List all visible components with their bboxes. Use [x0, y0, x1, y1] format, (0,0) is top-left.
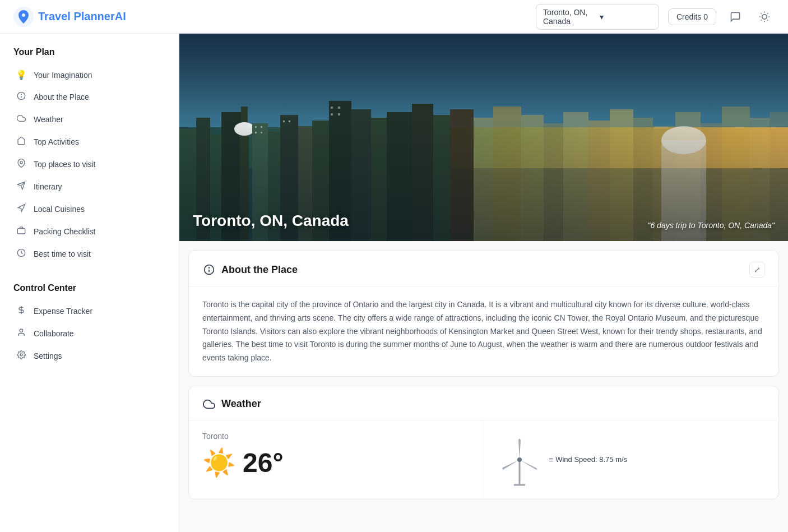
hero-banner: Toronto, ON, Canada "6 days trip to Toro… — [179, 34, 788, 241]
sidebar-item-settings[interactable]: Settings — [9, 345, 170, 367]
weather-city: Toronto — [202, 432, 470, 441]
about-expand-button[interactable]: ⤢ — [749, 262, 765, 277]
wind-speed-text: Wind Speed: 8.75 m/s — [555, 455, 627, 464]
packing-icon — [16, 226, 27, 237]
about-card-body: Toronto is the capital city of the provi… — [189, 287, 778, 376]
sidebar-item-label: Collaborate — [34, 329, 74, 338]
weather-temperature: 26° — [243, 447, 284, 478]
sidebar-item-label: Top places to visit — [34, 160, 96, 169]
location-value: Toronto, ON, Canada — [543, 8, 595, 26]
sidebar-item-label: Weather — [34, 115, 63, 124]
sidebar-item-label: Settings — [34, 351, 62, 360]
control-center-nav: Expense Tracker Collaborate Settings — [9, 300, 170, 367]
weather-left-panel: Toronto ☀️ 26° — [189, 420, 484, 499]
expense-icon — [16, 306, 27, 317]
weather-sun-icon: ☀️ — [202, 447, 236, 479]
your-plan-title: Your Plan — [9, 47, 170, 57]
main-content: Toronto, ON, Canada "6 days trip to Toro… — [179, 34, 788, 532]
chat-icon — [730, 11, 741, 22]
control-center-title: Control Center — [9, 283, 170, 293]
logo-text: Travel PlannerAI — [38, 10, 126, 22]
wind-lines-icon: ≡ — [549, 455, 553, 464]
sidebar-item-label: Top Activities — [34, 137, 79, 146]
wind-icon-area: ≡ Wind Speed: 8.75 m/s — [497, 432, 765, 488]
your-plan-nav: 💡 Your Imagination About the Place Weath… — [9, 64, 170, 265]
svg-line-4 — [761, 13, 762, 13]
weather-grid: Toronto ☀️ 26° — [189, 420, 778, 499]
sidebar-item-itinerary[interactable]: Itinerary — [9, 175, 170, 198]
location-selector[interactable]: Toronto, ON, Canada ▾ — [536, 4, 659, 30]
sidebar-item-weather[interactable]: Weather — [9, 108, 170, 131]
credits-label: Credits 0 — [676, 12, 708, 21]
theme-toggle-button[interactable] — [754, 7, 775, 27]
credits-button[interactable]: Credits 0 — [668, 8, 716, 25]
weather-icon — [16, 114, 27, 125]
sidebar-item-collaborate[interactable]: Collaborate — [9, 322, 170, 345]
svg-point-19 — [20, 329, 22, 332]
logo-icon — [13, 7, 34, 27]
header-right: Toronto, ON, Canada ▾ Credits 0 — [536, 4, 775, 30]
weather-card: Weather Toronto ☀️ 26° — [188, 386, 779, 499]
sidebar-item-imagination[interactable]: 💡 Your Imagination — [9, 64, 170, 86]
wind-turbine-icon — [497, 432, 542, 488]
chat-icon-button[interactable] — [725, 7, 745, 27]
sidebar-item-top-activities[interactable]: Top Activities — [9, 131, 170, 153]
hero-gradient — [179, 34, 788, 241]
app-header: Travel PlannerAI Toronto, ON, Canada ▾ C… — [0, 0, 788, 34]
sidebar-item-about[interactable]: About the Place — [9, 86, 170, 108]
sun-icon — [759, 11, 770, 22]
about-icon — [202, 263, 216, 276]
sidebar-item-label: Expense Tracker — [34, 307, 92, 316]
sidebar-item-label: About the Place — [34, 92, 89, 101]
app-layout: Your Plan 💡 Your Imagination About the P… — [0, 34, 788, 532]
imagination-icon: 💡 — [16, 70, 27, 80]
sidebar-item-label: Packing Checklist — [34, 227, 96, 236]
about-card: About the Place ⤢ Toronto is the capital… — [188, 250, 779, 377]
sidebar-item-expense[interactable]: Expense Tracker — [9, 300, 170, 322]
logo: Travel PlannerAI — [13, 7, 126, 27]
sidebar-item-label: Best time to visit — [34, 249, 91, 258]
cuisines-icon — [16, 203, 27, 215]
svg-point-20 — [20, 354, 22, 356]
chevron-down-icon: ▾ — [600, 12, 652, 21]
weather-right-panel: ≡ Wind Speed: 8.75 m/s — [484, 420, 778, 499]
best-time-icon — [16, 248, 27, 260]
hero-trip-text: "6 days trip to Toronto, ON, Canada" — [647, 221, 775, 230]
collaborate-icon — [16, 328, 27, 339]
svg-line-9 — [767, 13, 768, 13]
wind-info: ≡ Wind Speed: 8.75 m/s — [549, 455, 627, 464]
sidebar-item-packing[interactable]: Packing Checklist — [9, 220, 170, 243]
sidebar-item-label: Itinerary — [34, 182, 62, 191]
info-icon — [16, 91, 27, 103]
sidebar-item-best-time[interactable]: Best time to visit — [9, 243, 170, 265]
svg-point-1 — [762, 14, 767, 18]
hero-location-text: Toronto, ON, Canada — [193, 212, 349, 230]
weather-card-title: Weather — [202, 397, 261, 411]
sidebar-item-label: Your Imagination — [34, 71, 92, 80]
itinerary-icon — [16, 181, 27, 192]
sidebar-item-cuisines[interactable]: Local Cuisines — [9, 198, 170, 220]
sidebar-item-top-places[interactable]: Top places to visit — [9, 153, 170, 175]
svg-line-5 — [767, 20, 768, 20]
about-card-header: About the Place ⤢ — [189, 251, 778, 287]
about-card-title: About the Place — [202, 263, 298, 276]
settings-icon — [16, 350, 27, 362]
sidebar: Your Plan 💡 Your Imagination About the P… — [0, 34, 179, 532]
weather-card-header: Weather — [189, 386, 778, 420]
sidebar-item-label: Local Cuisines — [34, 205, 85, 214]
weather-card-icon — [202, 397, 216, 411]
svg-line-8 — [761, 20, 762, 20]
svg-rect-16 — [17, 229, 25, 234]
places-icon — [16, 159, 27, 170]
svg-point-13 — [20, 161, 22, 164]
activities-icon — [16, 136, 27, 147]
weather-temp-row: ☀️ 26° — [202, 447, 470, 479]
